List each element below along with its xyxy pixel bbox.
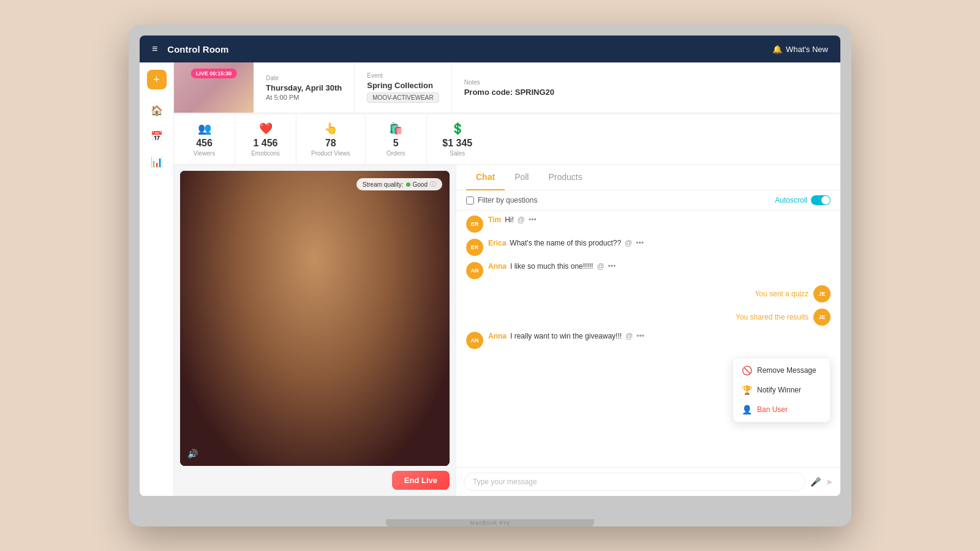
username-anna-2: Anna xyxy=(488,332,507,340)
event-label: Event xyxy=(367,72,439,79)
stat-sales: 💲 $1 345 Sales xyxy=(427,114,488,164)
viewers-value: 456 xyxy=(196,138,213,149)
context-menu-remove-message[interactable]: 🚫 Remove Message xyxy=(733,361,830,380)
trophy-icon: 🏆 xyxy=(742,385,752,395)
tab-poll[interactable]: Poll xyxy=(505,165,538,190)
stat-viewers: 👥 456 Viewers xyxy=(174,114,235,164)
username-erica: Erica xyxy=(488,239,506,247)
sidebar-item-analytics[interactable]: 📊 xyxy=(147,152,167,171)
sales-value: $1 345 xyxy=(442,138,472,149)
emoticons-icon: ❤️ xyxy=(259,122,273,135)
top-bar-left: ≡ Control Room xyxy=(152,43,228,54)
context-menu-ban-user[interactable]: 👤 Ban User xyxy=(733,400,830,419)
screen: ≡ Control Room 🔔 What's New + 🏠 📅 📊 xyxy=(140,36,840,496)
autoscroll-toggle[interactable]: Autoscroll xyxy=(775,195,831,205)
viewers-icon: 👥 xyxy=(198,122,211,135)
sidebar: + 🏠 📅 📊 xyxy=(140,62,174,496)
context-menu-container: 🚫 Remove Message 🏆 Notify Winner 👤 xyxy=(466,355,831,422)
live-badge: LIVE 00:15:30 xyxy=(191,69,237,78)
video-container: Stream quality: Good ⓘ 🔊 xyxy=(180,171,450,466)
stream-quality-badge: Stream quality: Good ⓘ xyxy=(356,178,442,190)
time-value: At 5:00 PM xyxy=(266,94,342,101)
info-bar: LIVE 00:15:30 Date Thursday, April 30th … xyxy=(174,62,840,113)
product-views-icon: 👆 xyxy=(324,122,337,135)
stream-quality-status: Good xyxy=(413,181,428,188)
event-value: Spring Collection xyxy=(367,81,439,90)
context-menu-notify-winner[interactable]: 🏆 Notify Winner xyxy=(733,380,830,400)
tab-chat[interactable]: Chat xyxy=(466,165,505,190)
mention-icon-anna-1[interactable]: @ xyxy=(597,262,604,271)
mention-icon-anna-2[interactable]: @ xyxy=(625,332,633,340)
notes-label: Notes xyxy=(464,79,828,86)
message-text-tim: Hi! xyxy=(505,216,514,224)
info-icon: ⓘ xyxy=(430,180,436,189)
laptop-brand-label: MacBook Pro xyxy=(470,520,510,526)
video-face xyxy=(180,171,450,466)
sidebar-item-home[interactable]: 🏠 xyxy=(147,100,167,120)
avatar-anna-2: AN xyxy=(466,332,483,349)
emoticons-label: Emoticons xyxy=(251,150,280,157)
autoscroll-switch[interactable] xyxy=(811,195,831,205)
microphone-icon[interactable]: 🎤 xyxy=(810,477,821,487)
mention-icon-erica[interactable]: @ xyxy=(625,239,632,247)
stat-emoticons: ❤️ 1 456 Emoticons xyxy=(235,114,296,164)
date-section: Date Thursday, April 30th At 5:00 PM xyxy=(254,62,355,113)
stat-product-views: 👆 78 Product Views xyxy=(296,114,366,164)
notes-section: Notes Promo code: SPRING20 xyxy=(452,62,840,113)
add-button[interactable]: + xyxy=(147,70,167,89)
toggle-knob xyxy=(821,196,830,204)
top-navigation-bar: ≡ Control Room 🔔 What's New xyxy=(140,36,840,62)
message-text-anna-2: I really want to win the giveaway!!! xyxy=(510,332,622,340)
chat-message-input[interactable] xyxy=(464,473,805,491)
more-options-tim[interactable]: ••• xyxy=(529,216,537,224)
product-views-label: Product Views xyxy=(311,150,350,157)
chat-filter-bar: Filter by questions Autoscroll xyxy=(456,190,840,211)
top-bar-right: 🔔 What's New xyxy=(772,45,828,54)
avatar-anna-1: AN xyxy=(466,262,483,279)
message-content-erica: Erica What's the name of this product?? … xyxy=(488,239,831,247)
volume-icon[interactable]: 🔊 xyxy=(187,449,198,459)
chat-message-anna-1: AN Anna I like so much this one!!!!! @ •… xyxy=(466,262,831,279)
filter-questions-checkbox[interactable] xyxy=(466,197,474,204)
message-content-anna-2: Anna I really want to win the giveaway!!… xyxy=(488,332,831,340)
live-preview-thumbnail: LIVE 00:15:30 xyxy=(174,62,254,113)
event-section: Event Spring Collection MOOV-ACTIVEWEAR xyxy=(355,62,451,113)
stats-bar: 👥 456 Viewers ❤️ 1 456 Emoticons 👆 78 Pr… xyxy=(174,114,840,165)
event-tag: MOOV-ACTIVEWEAR xyxy=(367,92,439,103)
chat-messages-list: ER Tim Hi! @ ••• ER xyxy=(456,211,840,467)
end-live-button[interactable]: End Live xyxy=(392,471,450,490)
product-views-value: 78 xyxy=(325,138,336,149)
whats-new-label[interactable]: What's New xyxy=(786,45,828,54)
system-avatar-results: JE xyxy=(813,309,831,326)
orders-label: Orders xyxy=(386,150,405,157)
stat-orders: 🛍️ 5 Orders xyxy=(366,114,427,164)
system-message-quiz: You sent a quizz JE xyxy=(466,285,831,302)
username-tim: Tim xyxy=(488,216,501,224)
orders-icon: 🛍️ xyxy=(389,122,402,135)
mention-icon-tim[interactable]: @ xyxy=(518,216,525,224)
viewers-label: Viewers xyxy=(194,150,215,157)
sales-icon: 💲 xyxy=(451,122,464,135)
date-label: Date xyxy=(266,75,342,81)
quality-indicator-dot xyxy=(406,182,410,187)
tab-products[interactable]: Products xyxy=(538,165,592,190)
avatar-tim: ER xyxy=(466,216,483,233)
chat-input-bar: 🎤 ➤ xyxy=(456,467,840,496)
username-anna-1: Anna xyxy=(488,262,507,271)
sidebar-item-calendar[interactable]: 📅 xyxy=(147,126,167,146)
filter-questions-label[interactable]: Filter by questions xyxy=(466,196,537,204)
hamburger-icon[interactable]: ≡ xyxy=(152,43,157,54)
context-menu: 🚫 Remove Message 🏆 Notify Winner 👤 xyxy=(733,358,831,422)
send-icon[interactable]: ➤ xyxy=(826,477,833,487)
chat-message-tim: ER Tim Hi! @ ••• xyxy=(466,216,831,233)
chat-message-anna-2: AN Anna I really want to win the giveawa… xyxy=(466,332,831,349)
content-area: LIVE 00:15:30 Date Thursday, April 30th … xyxy=(174,62,840,496)
main-layout: + 🏠 📅 📊 LIVE 00:15:30 Date Thursday, Apr… xyxy=(140,62,840,496)
more-options-erica[interactable]: ••• xyxy=(636,239,644,247)
remove-icon: 🚫 xyxy=(742,365,752,375)
lower-area: Stream quality: Good ⓘ 🔊 End Live xyxy=(174,165,840,496)
avatar-erica: ER xyxy=(466,239,483,256)
more-options-anna-1[interactable]: ••• xyxy=(608,262,616,271)
more-options-anna-2[interactable]: ••• xyxy=(636,332,644,340)
ban-user-icon: 👤 xyxy=(742,405,752,414)
